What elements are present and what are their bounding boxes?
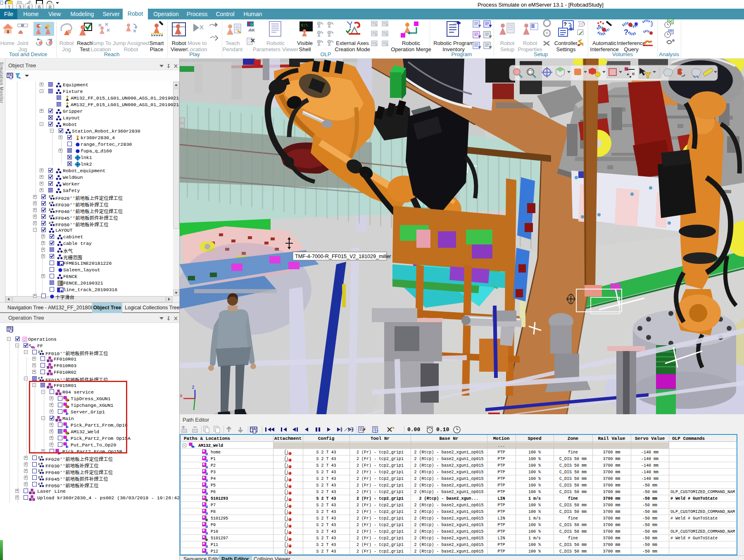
svg-text:2: 2 <box>49 195 51 198</box>
svg-text:TMF-4-7000-R_FF015_V2_181029_m: TMF-4-7000-R_FF015_V2_181029_miller <box>295 254 391 259</box>
svg-text:2: 2 <box>38 456 40 459</box>
svg-text:2: 2 <box>49 208 51 211</box>
svg-text:2: 2 <box>38 482 40 486</box>
svg-text:2: 2 <box>49 201 51 205</box>
svg-text:2: 2 <box>38 475 40 479</box>
svg-text:2: 2 <box>38 350 40 354</box>
svg-text:C:\: C:\ <box>301 24 308 28</box>
svg-text:2: 2 <box>49 221 51 225</box>
svg-text:x: x <box>180 393 183 399</box>
svg-text:2: 2 <box>38 469 40 472</box>
svg-text:2: 2 <box>38 376 40 380</box>
svg-text:2: 2 <box>38 462 40 466</box>
svg-text:2: 2 <box>49 214 51 218</box>
svg-text:?: ? <box>563 21 567 27</box>
svg-text:?: ? <box>624 28 628 36</box>
svg-text:z: z <box>192 384 195 390</box>
